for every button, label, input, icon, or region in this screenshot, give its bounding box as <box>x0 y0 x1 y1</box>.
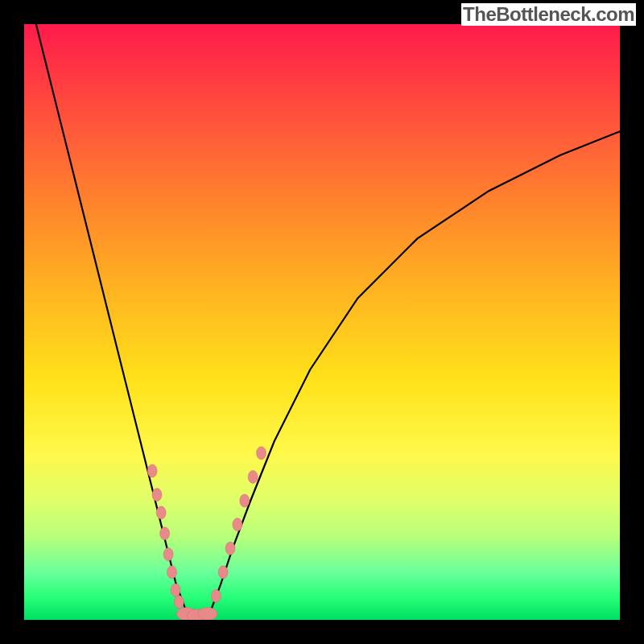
data-marker <box>240 494 250 507</box>
data-marker <box>218 566 228 579</box>
data-marker <box>174 596 184 609</box>
chart-frame: TheBottleneck.com <box>0 0 644 644</box>
data-marker <box>163 548 173 561</box>
data-marker <box>156 506 166 519</box>
bottleneck-curve <box>36 24 620 617</box>
watermark-text: TheBottleneck.com <box>461 3 636 26</box>
data-markers-group <box>147 447 266 620</box>
data-marker <box>152 489 162 502</box>
data-marker <box>225 542 235 555</box>
data-marker <box>160 527 170 540</box>
data-marker <box>147 464 157 477</box>
chart-svg <box>24 24 620 620</box>
data-marker <box>257 447 266 460</box>
data-marker <box>167 566 177 579</box>
data-marker <box>211 589 221 602</box>
data-marker <box>198 608 217 620</box>
plot-area <box>24 24 620 620</box>
data-marker <box>233 518 242 531</box>
data-marker <box>248 470 258 483</box>
data-marker <box>171 584 180 597</box>
